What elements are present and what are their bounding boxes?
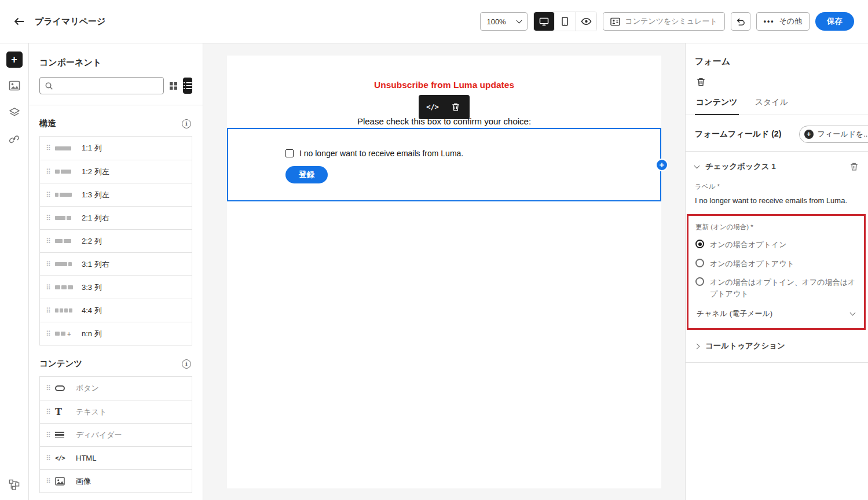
radio-opt-out-on[interactable]: オンの場合オプトアウト [695,258,857,270]
content-tree-button[interactable] [6,476,23,493]
mobile-icon [562,17,568,26]
tab-style[interactable]: スタイル [754,91,789,115]
drag-handle-icon[interactable]: ⠿ [46,330,55,338]
structure-section-header: 構造 i [39,118,191,129]
component-item-3-3[interactable]: ⠿ 3:3 列 [40,275,192,299]
trash-icon [451,102,460,112]
preview-visibility-button[interactable] [576,12,596,31]
component-item-html[interactable]: ⠿ </> HTML [40,446,192,469]
drag-handle-icon[interactable]: ⠿ [46,408,55,416]
simulate-content-button[interactable]: コンテンツをシミュレート [603,12,724,31]
top-bar-actions: 100% コンテンツをシミュレート ••• その他 保存 [480,12,854,31]
cta-section-title: コールトゥアクション [705,341,785,351]
delete-component-button[interactable] [445,97,467,117]
links-button[interactable] [6,130,23,148]
layers-button[interactable] [6,104,23,121]
drag-handle-icon[interactable]: ⠿ [46,191,55,199]
component-search-input[interactable] [57,82,159,90]
unsubscribe-checkbox[interactable] [285,149,294,157]
channel-label: チャネル (電子メール) [697,308,772,319]
checkbox-field: I no longer want to receive emails from … [285,149,463,158]
component-item-2-1-right[interactable]: ⠿ 2:1 列右 [40,206,192,229]
drag-handle-icon[interactable]: ⠿ [46,144,55,152]
cta-section-header[interactable]: コールトゥアクション [686,330,868,362]
component-item-3-1-right[interactable]: ⠿ 3:1 列右 [40,252,192,275]
component-item-1-1[interactable]: ⠿ 1:1 列 [40,137,192,160]
delete-field-button[interactable] [849,162,859,171]
radio-opt-in-on[interactable]: オンの場合オプトイン [695,239,857,251]
properties-panel: フォーム コンテンツ スタイル フォームフィールド (2) + フィールドを..… [685,43,868,500]
button-icon [55,385,72,391]
tab-content-label: コンテンツ [696,97,738,106]
email-heading[interactable]: Unsubscribe from Luma updates [227,80,661,90]
insert-component-button[interactable]: + [655,159,668,171]
drag-handle-icon[interactable]: ⠿ [46,237,55,245]
radio-selected-icon[interactable] [695,240,704,248]
component-item-label: テキスト [76,407,107,417]
add-field-button[interactable]: + フィールドを... [799,126,868,143]
zoom-value: 100% [486,17,506,26]
info-icon[interactable]: i [182,359,191,369]
panel-divider [686,362,868,363]
label-field-group: ラベル * I no longer want to receive emails… [686,180,868,214]
component-item-divider[interactable]: ⠿ ディバイダー [40,423,192,446]
columns-icon [55,308,78,312]
drag-handle-icon[interactable]: ⠿ [46,477,55,486]
assets-button[interactable] [6,77,23,94]
zoom-select[interactable]: 100% [480,12,528,31]
info-icon[interactable]: i [182,119,191,128]
channel-select[interactable]: チャネル (電子メール) [695,299,857,323]
radio-opt-in-on-opt-out-off[interactable]: オンの場合はオプトイン、オフの場合はオプトアウト [695,277,857,299]
back-button[interactable] [10,13,28,30]
drag-handle-icon[interactable]: ⠿ [46,168,55,176]
trash-icon [849,162,859,171]
grid-icon [169,82,178,90]
drag-handle-icon[interactable]: ⠿ [46,214,55,222]
tab-style-label: スタイル [755,97,788,106]
left-rail: + [0,43,29,500]
chevron-down-icon [850,310,856,316]
register-button[interactable]: 登録 [285,166,328,183]
more-label: その他 [779,16,802,27]
component-item-1-2-left[interactable]: ⠿ 1:2 列左 [40,160,192,183]
edit-html-button[interactable]: </> [422,97,444,117]
add-component-button[interactable]: + [6,52,23,68]
checkbox-section-header[interactable]: チェックボックス 1 [686,152,868,180]
grid-view-button[interactable] [169,78,178,94]
drag-handle-icon[interactable]: ⠿ [46,431,55,439]
mobile-preview-button[interactable] [555,12,576,31]
save-button[interactable]: 保存 [815,12,854,31]
component-item-4-4[interactable]: ⠿ 4:4 列 [40,299,192,322]
desktop-preview-button[interactable] [534,12,555,31]
tab-content[interactable]: コンテンツ [695,91,739,115]
drag-handle-icon[interactable]: ⠿ [46,454,55,462]
component-item-2-2[interactable]: ⠿ 2:2 列 [40,229,192,252]
form-component-selection[interactable]: I no longer want to receive emails from … [227,128,661,201]
component-item-image[interactable]: ⠿ 画像 [40,469,192,492]
delete-form-button[interactable] [693,74,709,89]
component-item-button[interactable]: ⠿ ボタン [40,377,192,400]
radio-icon[interactable] [695,259,704,267]
drag-handle-icon[interactable]: ⠿ [46,384,55,392]
component-item-label: HTML [76,454,96,462]
label-value[interactable]: I no longer want to receive emails from … [695,196,859,205]
eye-icon [581,17,592,25]
list-icon [183,82,192,90]
undo-button[interactable] [731,12,750,31]
component-item-n-n[interactable]: ⠿ + n:n 列 [40,322,192,345]
radio-icon[interactable] [695,277,704,286]
component-search[interactable] [39,77,164,94]
drag-handle-icon[interactable]: ⠿ [46,307,55,315]
panel-tabs: コンテンツ スタイル [686,91,868,115]
drag-handle-icon[interactable]: ⠿ [46,284,55,292]
form-fields-header: フォームフィールド (2) + フィールドを... [695,126,868,143]
content-tree-icon [9,479,20,490]
columns-icon [55,146,78,150]
component-item-1-3-left[interactable]: ⠿ 1:3 列左 [40,183,192,206]
drag-handle-icon[interactable]: ⠿ [46,260,55,269]
email-page[interactable]: Unsubscribe from Luma updates Please che… [227,56,661,488]
more-button[interactable]: ••• その他 [756,12,810,31]
trash-icon [696,77,706,87]
component-item-text[interactable]: ⠿ T テキスト [40,400,192,423]
list-view-button[interactable] [183,78,193,94]
